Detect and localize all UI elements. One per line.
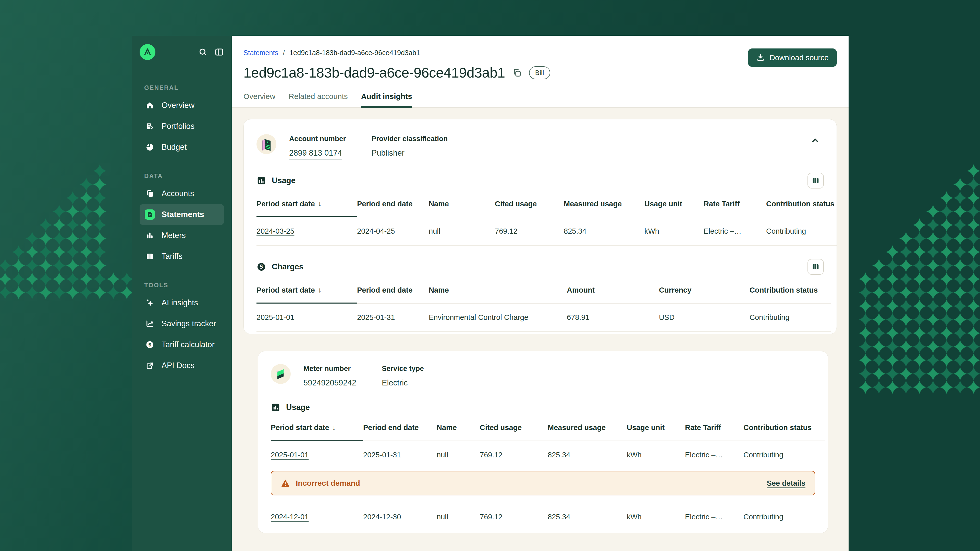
meter-usage-table: Period start date↓ Period end date Name … (271, 412, 828, 531)
meter-avatar (271, 364, 291, 384)
account-usage-table: Period start date↓ Period end date Name … (256, 189, 837, 246)
sidebar-item-label: Accounts (162, 189, 194, 198)
table-cell-period-start: 2024-12-01 (271, 503, 363, 531)
account-avatar (256, 134, 277, 154)
page-header: Statements / 1ed9c1a8-183b-dad9-a6ce-96c… (232, 36, 849, 108)
column-header-cited-usage[interactable]: Cited usage (495, 200, 564, 218)
table-cell-usage-unit: kWh (627, 503, 685, 531)
sidebar-header (140, 44, 224, 60)
sort-desc-icon: ↓ (332, 424, 336, 432)
sidebar-item-statements[interactable]: Statements (140, 204, 224, 225)
period-start-date-link[interactable]: 2024-12-01 (271, 513, 309, 521)
charges-section-header: S Charges (256, 259, 824, 275)
column-header-period-start-date[interactable]: Period start date↓ (256, 286, 357, 303)
sidebar-item-portfolios[interactable]: Portfolios (140, 116, 224, 137)
tab-bar: Overview Related accounts Audit insights (243, 92, 837, 107)
brand-a-logo[interactable] (140, 44, 156, 60)
table-cell-contribution-status: Contributing (743, 441, 825, 469)
warning-triangle-icon (280, 478, 290, 488)
sidebar-toggle-icon[interactable] (215, 47, 224, 57)
audit-insights-content: Account number 2899 813 0174 Provider cl… (232, 108, 849, 551)
table-cell-contribution-status: Contributing (749, 303, 831, 332)
see-details-link[interactable]: See details (767, 479, 805, 487)
table-cell-measured-usage: 825.34 (548, 441, 627, 469)
download-source-label: Download source (770, 53, 829, 62)
sidebar-item-meters[interactable]: Meters (140, 225, 224, 246)
download-source-button[interactable]: Download source (748, 48, 837, 67)
tab-related-accounts[interactable]: Related accounts (289, 92, 348, 107)
table-cell-name: null (437, 503, 480, 531)
sidebar-item-budget[interactable]: Budget (140, 137, 224, 158)
column-header-name[interactable]: Name (437, 424, 480, 441)
period-start-date-link[interactable]: 2024-03-25 (256, 227, 294, 235)
columns-icon (811, 176, 820, 185)
account-number-field: Account number 2899 813 0174 (289, 135, 346, 159)
sidebar-item-api-docs[interactable]: API Docs (140, 355, 224, 376)
column-header-usage-unit[interactable]: Usage unit (644, 200, 703, 218)
copy-icon[interactable] (512, 67, 522, 78)
sidebar-item-ai-insights[interactable]: AI insights (140, 292, 224, 313)
table-cell-contribution-status: Contributing (743, 503, 825, 531)
tariff-calculator-icon: $ (145, 340, 155, 350)
usage-section-header: Usage (256, 173, 824, 189)
column-header-period-end-date[interactable]: Period end date (357, 286, 429, 303)
sidebar-item-savings-tracker[interactable]: Savings tracker (140, 313, 224, 334)
column-header-rate-tariff[interactable]: Rate Tariff (685, 424, 743, 441)
field-label: Meter number (304, 365, 356, 373)
period-start-date-link[interactable]: 2025-01-01 (271, 451, 309, 459)
column-header-rate-tariff[interactable]: Rate Tariff (703, 200, 766, 218)
sidebar-item-label: Budget (162, 143, 186, 152)
usage-columns-button[interactable] (808, 173, 824, 189)
column-header-usage-unit[interactable]: Usage unit (627, 424, 685, 441)
meter-usage-section-header: Usage (271, 403, 815, 412)
table-cell-period-end: 2024-12-30 (363, 503, 437, 531)
breadcrumb-statements-link[interactable]: Statements (243, 49, 278, 57)
field-value: Publisher (371, 148, 448, 158)
main-panel: Statements / 1ed9c1a8-183b-dad9-a6ce-96c… (232, 36, 849, 551)
column-header-contribution-status[interactable]: Contribution status (749, 286, 831, 303)
account-number-link[interactable]: 2899 813 0174 (289, 148, 342, 159)
decorative-star-pattern-right (850, 163, 980, 398)
column-header-cited-usage[interactable]: Cited usage (480, 424, 548, 441)
sidebar-item-label: Meters (162, 231, 186, 240)
meters-icon (145, 230, 155, 241)
field-label: Account number (289, 135, 346, 143)
column-header-contribution-status[interactable]: Contribution status (766, 200, 837, 218)
search-icon[interactable] (198, 47, 208, 57)
table-cell-period-start: 2024-03-25 (256, 218, 357, 246)
account-fields: Account number 2899 813 0174 Provider cl… (289, 134, 448, 159)
tab-audit-insights[interactable]: Audit insights (361, 92, 412, 107)
meter-card: Meter number 592492059242 Service type E… (258, 351, 828, 533)
home-icon (145, 100, 155, 110)
column-header-period-end-date[interactable]: Period end date (357, 200, 429, 218)
charges-columns-button[interactable] (808, 259, 824, 275)
column-header-measured-usage[interactable]: Measured usage (564, 200, 644, 218)
table-cell-amount: 678.91 (567, 303, 659, 332)
meter-number-link[interactable]: 592492059242 (304, 378, 356, 389)
collapse-chevron-up-icon[interactable] (808, 135, 822, 146)
column-header-measured-usage[interactable]: Measured usage (548, 424, 627, 441)
sidebar-item-overview[interactable]: Overview (140, 95, 224, 116)
column-header-contribution-status[interactable]: Contribution status (743, 424, 825, 441)
sidebar-item-tariffs[interactable]: Tariffs (140, 246, 224, 267)
sidebar-item-tariff-calculator[interactable]: $ Tariff calculator (140, 334, 224, 355)
column-header-name[interactable]: Name (429, 286, 567, 303)
meter-number-field: Meter number 592492059242 (304, 365, 356, 389)
usage-chart-icon (271, 403, 280, 412)
column-header-currency[interactable]: Currency (659, 286, 749, 303)
sidebar-item-accounts[interactable]: Accounts (140, 183, 224, 204)
column-header-period-end-date[interactable]: Period end date (363, 424, 437, 441)
sidebar-item-label: Tariff calculator (162, 340, 215, 349)
column-header-name[interactable]: Name (429, 200, 495, 218)
period-start-date-link[interactable]: 2025-01-01 (256, 313, 294, 322)
table-cell-rate-tariff: Electric –… (685, 503, 743, 531)
brand-a-glyph (143, 48, 152, 57)
table-cell-cited-usage: 769.12 (480, 503, 548, 531)
tab-overview[interactable]: Overview (243, 92, 275, 107)
service-type-field: Service type Electric (382, 365, 424, 389)
column-header-period-start-date[interactable]: Period start date↓ (256, 200, 357, 218)
column-header-period-start-date[interactable]: Period start date↓ (271, 424, 363, 441)
statements-icon (145, 210, 155, 220)
column-header-amount[interactable]: Amount (567, 286, 659, 303)
api-docs-external-link-icon (145, 360, 155, 371)
